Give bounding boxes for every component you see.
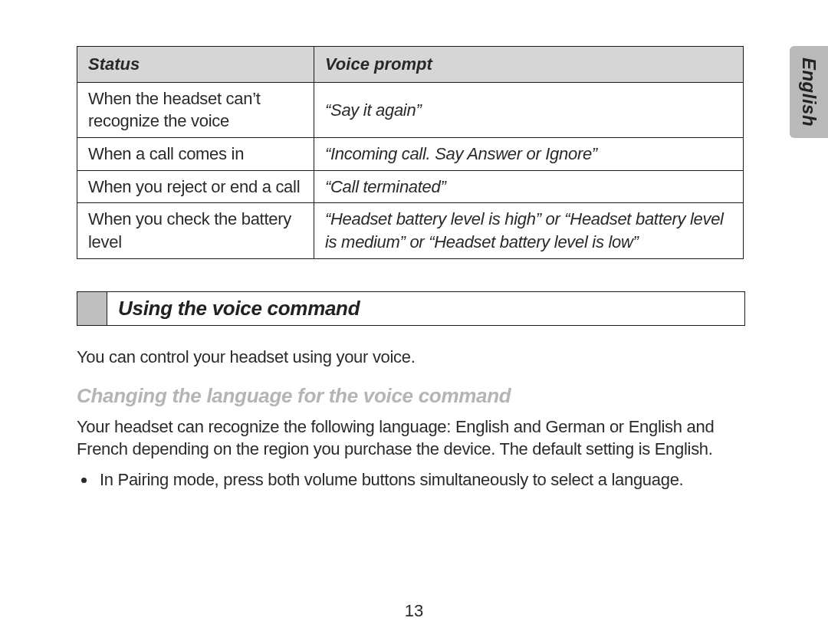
- cell-status: When a call comes in: [77, 138, 314, 171]
- cell-prompt: “Call terminated”: [314, 170, 744, 203]
- cell-status: When the headset can’t recognize the voi…: [77, 82, 314, 137]
- manual-page: English Status Voice prompt When the hea…: [0, 0, 828, 644]
- table-row: When you check the battery level “Headse…: [77, 203, 744, 258]
- cell-prompt: “Headset battery level is high” or “Head…: [314, 203, 744, 258]
- language-tab-label: English: [798, 58, 820, 127]
- section-heading-marker: [77, 292, 107, 325]
- cell-status: When you reject or end a call: [77, 170, 314, 203]
- table-row: When a call comes in “Incoming call. Say…: [77, 138, 744, 171]
- voice-prompt-table: Status Voice prompt When the headset can…: [77, 46, 744, 259]
- bullet-list: In Pairing mode, press both volume butto…: [77, 468, 744, 491]
- cell-prompt: “Incoming call. Say Answer or Ignore”: [314, 138, 744, 171]
- intro-paragraph: You can control your headset using your …: [77, 346, 744, 369]
- list-item: In Pairing mode, press both volume butto…: [97, 468, 744, 491]
- body-paragraph: Your headset can recognize the following…: [77, 416, 744, 461]
- table-row: When the headset can’t recognize the voi…: [77, 82, 744, 137]
- header-voice-prompt: Voice prompt: [314, 47, 744, 83]
- table-row: When you reject or end a call “Call term…: [77, 170, 744, 203]
- header-status: Status: [77, 47, 314, 83]
- cell-status: When you check the battery level: [77, 203, 314, 258]
- table-header-row: Status Voice prompt: [77, 47, 744, 83]
- cell-prompt: “Say it again”: [314, 82, 744, 137]
- subsection-heading: Changing the language for the voice comm…: [77, 384, 759, 408]
- page-number: 13: [0, 601, 828, 621]
- section-heading-bar: Using the voice command: [77, 291, 745, 326]
- section-heading-title: Using the voice command: [107, 292, 744, 325]
- language-tab: English: [790, 46, 828, 138]
